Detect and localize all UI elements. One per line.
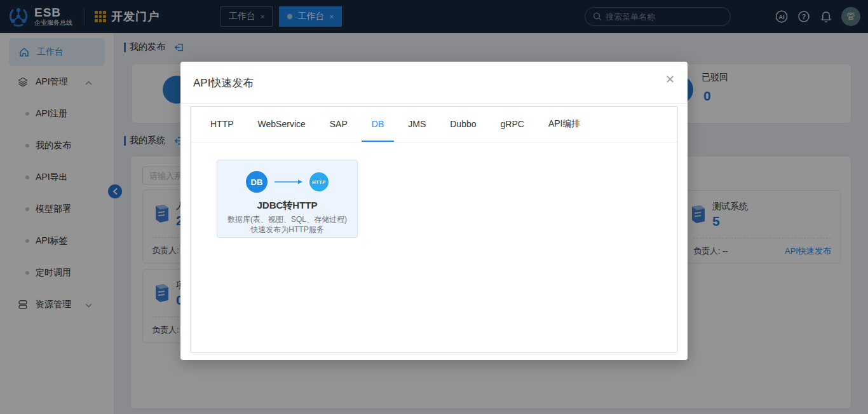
close-icon[interactable]: ✕	[665, 72, 675, 86]
tab-api-orchestration[interactable]: API编排	[538, 107, 591, 142]
tab-grpc[interactable]: gRPC	[491, 107, 534, 142]
arrow-right-icon	[274, 179, 303, 185]
tab-http[interactable]: HTTP	[200, 107, 244, 142]
protocol-panel: HTTP WebService SAP DB JMS Dubbo gRPC AP…	[190, 106, 678, 353]
db-source-icon: DB	[246, 171, 268, 193]
card-description: 数据库(表、视图、SQL、存储过程) 快速发布为HTTP服务	[217, 214, 357, 235]
card-title: JDBC转HTTP	[217, 200, 357, 212]
tab-db[interactable]: DB	[362, 107, 394, 142]
modal-title: API快速发布	[193, 76, 254, 90]
app-window: ESB 企业服务总线 开发门户 工作台 × 工作台 ×	[0, 0, 868, 414]
tab-dubbo[interactable]: Dubbo	[440, 107, 486, 142]
http-target-icon: HTTP	[309, 172, 329, 191]
jdbc-to-http-card[interactable]: DB HTTP JDBC转HTTP 数据库(表、视图、SQL、存储过程) 快速发…	[217, 160, 358, 238]
tab-jms[interactable]: JMS	[398, 107, 436, 142]
modal-header-divider	[180, 103, 688, 104]
conversion-row: DB HTTP	[217, 171, 357, 193]
tab-sap[interactable]: SAP	[320, 107, 358, 142]
api-quick-publish-modal: API快速发布 ✕ HTTP WebService SAP DB JMS Dub…	[180, 62, 688, 360]
tab-webservice[interactable]: WebService	[248, 107, 316, 142]
protocol-tab-bar: HTTP WebService SAP DB JMS Dubbo gRPC AP…	[191, 107, 677, 142]
